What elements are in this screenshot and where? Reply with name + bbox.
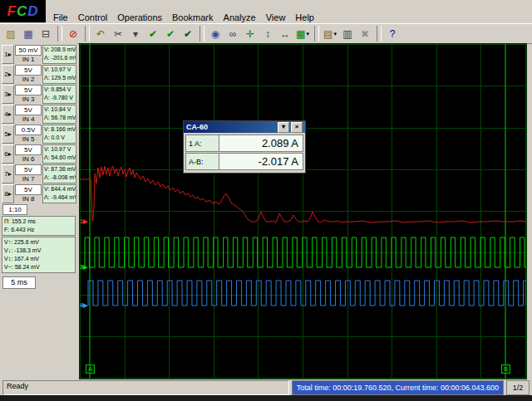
channel-range[interactable]: 5V: [15, 105, 42, 115]
fit-vertical-icon[interactable]: ↕: [259, 26, 276, 42]
menu-file[interactable]: File: [48, 12, 73, 23]
channel-readout: V: 9.854 VΛ: -9.780 V: [42, 85, 76, 104]
ca60-dialog[interactable]: CA-60 ▾ × 1 A:2.089 AA-B:-2.017 A: [183, 120, 306, 174]
channel-range[interactable]: 0.5V: [15, 125, 42, 135]
menu-view[interactable]: View: [261, 12, 291, 23]
open-icon[interactable]: ▨: [2, 26, 19, 42]
channel-readout-line1: V: 844.4 mV: [44, 185, 76, 193]
check-single-icon[interactable]: ✔: [145, 26, 161, 42]
channel-readout-line1: V: 8.166 mV: [44, 125, 76, 134]
trace-marker-4[interactable]: 4▶: [80, 302, 87, 309]
channel-range[interactable]: 5V: [15, 85, 42, 95]
check-edit-icon[interactable]: ✔: [180, 26, 196, 42]
dropdown-arrow-icon: ▾: [333, 31, 337, 37]
measurement-line: V↑: 225.6 mV: [4, 238, 73, 247]
crosshair-icon[interactable]: ✛: [242, 26, 259, 42]
channel-input-label: IN 6: [15, 155, 42, 164]
measurement-line: V↓: -138.3 mV: [4, 247, 73, 255]
meter-row: 1 A:2.089 A: [185, 134, 303, 152]
toolbar-separator: [377, 26, 382, 42]
probe-ratio[interactable]: 1:10: [2, 204, 27, 215]
undo-icon[interactable]: ↶: [92, 26, 109, 42]
channel-readout-line1: V: 9.854 V: [44, 86, 76, 94]
channel-button-3[interactable]: 3▸: [2, 85, 14, 104]
channel-row-2: 2▸5VIN 2V: 10.97 VΛ: 129.5 mV: [2, 65, 76, 84]
cut-icon[interactable]: ✂: [110, 26, 126, 42]
channel-readout-line2: Λ: -8.008 mV: [44, 174, 76, 182]
channel-readout-line2: Λ: 54.60 mV: [44, 154, 76, 162]
trace-ch3-square: [85, 237, 526, 267]
channel-input-label: IN 7: [15, 175, 42, 183]
status-page-indicator: 1/2: [506, 380, 530, 395]
channel-settings: 5VIN 3: [15, 85, 42, 104]
trace-marker-3[interactable]: 3▶: [80, 264, 87, 271]
menu-analyze[interactable]: Analyze: [219, 12, 261, 23]
channel-readout-line1: V: 10.97 V: [44, 66, 76, 74]
dialog-titlebar[interactable]: CA-60 ▾ ×: [184, 121, 305, 133]
channel-range[interactable]: 5V: [15, 144, 42, 155]
check-double-icon[interactable]: ✔: [162, 26, 179, 42]
logo-letter: D: [27, 3, 38, 20]
fit-horizontal-icon[interactable]: ↔: [277, 26, 293, 42]
menu-control[interactable]: Control: [73, 12, 112, 23]
report-icon[interactable]: ▥: [339, 26, 356, 42]
toolbar-separator: [200, 26, 204, 42]
menu-bookmark[interactable]: Bookmark: [167, 12, 219, 23]
grid-mode-icon[interactable]: ▦▾: [294, 26, 311, 42]
toolbar-separator: [314, 26, 319, 42]
channel-range[interactable]: 50 mV: [15, 45, 42, 56]
waveform-canvas: [80, 44, 526, 379]
channel-input-label: IN 3: [15, 95, 42, 104]
channel-button-6[interactable]: 6▸: [2, 144, 14, 164]
channel-button-8[interactable]: 8▸: [2, 184, 14, 203]
channel-button-1[interactable]: 1▸: [2, 45, 14, 64]
dialog-collapse-button[interactable]: ▾: [278, 122, 289, 133]
channel-row-7: 7▸5VIN 7V: 87.36 mVΛ: -8.008 mV: [2, 164, 76, 183]
export-icon[interactable]: ▤▾: [322, 26, 338, 42]
channel-sidebar: 1▸50 mVIN 1V: 208.9 mVΛ: -201.6 mV2▸5VIN…: [0, 43, 77, 378]
channel-readout-line2: Λ: 0.0 V: [44, 134, 76, 142]
channel-input-label: IN 8: [15, 195, 42, 203]
zoom-icon[interactable]: ◉: [207, 26, 224, 42]
channel-button-2[interactable]: 2▸: [2, 65, 14, 84]
channel-row-6: 6▸5VIN 6V: 10.97 VΛ: 54.60 mV: [2, 144, 76, 164]
channel-readout-line1: V: 10.97 V: [44, 145, 76, 154]
cursor-label-b[interactable]: B: [501, 364, 510, 374]
channel-range[interactable]: 5V: [15, 184, 42, 195]
marker-drop-icon[interactable]: ▾: [127, 26, 144, 42]
save-icon[interactable]: ▦: [20, 26, 37, 42]
channel-input-label: IN 2: [15, 76, 42, 84]
stop-icon[interactable]: ⊘: [65, 26, 81, 42]
channel-settings: 5VIN 7: [15, 164, 42, 183]
channel-range[interactable]: 5V: [15, 65, 42, 76]
delete-icon[interactable]: ✖: [357, 26, 373, 42]
timebase-selector[interactable]: 5 ms: [2, 276, 36, 289]
cursor-label-a[interactable]: A: [86, 364, 95, 374]
period-frequency-readout: Π: 155.2 ms F: 6.443 Hz: [2, 216, 76, 236]
bottom-edge-strip: [0, 395, 532, 401]
status-ready: Ready: [2, 380, 289, 395]
binoculars-icon[interactable]: ∞: [224, 26, 241, 42]
scope-plot[interactable]: 1▶3▶4▶AB: [79, 43, 527, 379]
channel-button-5[interactable]: 5▸: [2, 125, 14, 144]
menu-operations[interactable]: Operations: [112, 12, 167, 23]
app-logo: FCD: [0, 0, 46, 22]
channel-button-7[interactable]: 7▸: [2, 164, 14, 183]
dialog-close-button[interactable]: ×: [291, 122, 303, 133]
menu-help[interactable]: Help: [290, 12, 319, 23]
trace-marker-1[interactable]: 1▶: [80, 218, 87, 225]
trace-ch1-current-clamp: [80, 166, 526, 223]
help-icon[interactable]: ?: [384, 26, 401, 42]
print-icon[interactable]: ⊟: [37, 26, 54, 42]
channel-row-4: 4▸5VIN 4V: 10.84 VΛ: 56.78 mV: [2, 105, 76, 124]
status-time: Total time: 00:00:19.760.520, Current ti…: [292, 380, 504, 395]
meter-label: 1 A:: [186, 135, 219, 151]
channel-button-4[interactable]: 4▸: [2, 105, 14, 124]
channel-list: 1▸50 mVIN 1V: 208.9 mVΛ: -201.6 mV2▸5VIN…: [0, 45, 77, 203]
channel-range[interactable]: 5V: [15, 164, 42, 175]
channel-settings: 5VIN 4: [15, 105, 42, 124]
measurement-line: V↕: 167.4 mV: [4, 255, 73, 263]
channel-readout-line2: Λ: -201.6 mV: [44, 54, 76, 62]
channel-settings: 5VIN 8: [15, 184, 42, 203]
meter-value: -2.017 A: [219, 154, 303, 169]
